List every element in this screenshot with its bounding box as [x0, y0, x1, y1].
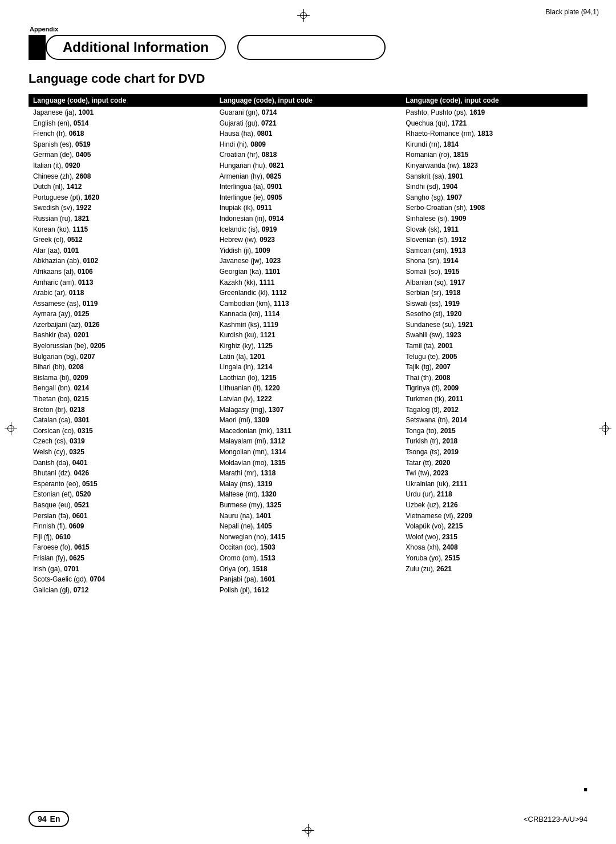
list-item: Hausa (ha), 0801 [220, 128, 397, 139]
list-item: Swahili (sw), 1923 [406, 330, 583, 341]
list-item: Zulu (zu), 2621 [406, 564, 583, 575]
list-item: Polish (pl), 1612 [220, 585, 397, 596]
list-item: Macedonian (mk), 1311 [220, 426, 397, 437]
list-item: Georgian (ka), 1101 [220, 266, 397, 277]
list-item: Esperanto (eo), 0515 [33, 479, 210, 490]
list-item: Frisian (fy), 0625 [33, 553, 210, 564]
list-item: Burmese (my), 1325 [220, 500, 397, 511]
top-bar: Black plate (94,1) [0, 0, 616, 23]
list-item: Kurdish (ku), 1121 [220, 330, 397, 341]
list-item: Oromo (om), 1513 [220, 553, 397, 564]
list-item: Sangho (sg), 1907 [406, 192, 583, 203]
list-item: Inupiak (ik), 0911 [220, 203, 397, 213]
list-item: Tajik (tg), 2007 [406, 362, 583, 373]
language-table: Language (code), input code Language (co… [29, 94, 587, 596]
page-title: Additional Information [46, 35, 226, 60]
list-item: Turkish (tr), 2018 [406, 436, 583, 447]
list-item: Lingala (ln), 1214 [220, 362, 397, 373]
chart-title: Language code chart for DVD [29, 71, 587, 86]
list-item: Irish (ga), 0701 [33, 564, 210, 575]
list-item: Albanian (sq), 1917 [406, 277, 583, 288]
list-item: Latin (la), 1201 [220, 352, 397, 362]
list-item: Bengali (bn), 0214 [33, 383, 210, 394]
list-item: Breton (br), 0218 [33, 405, 210, 415]
list-item: Xhosa (xh), 2408 [406, 542, 583, 553]
list-item: Scots-Gaelic (gd), 0704 [33, 574, 210, 585]
list-item: Croatian (hr), 0818 [220, 150, 397, 160]
list-item: Malay (ms), 1319 [220, 479, 397, 490]
list-item: Hebrew (iw), 0923 [220, 235, 397, 245]
list-item: Greek (el), 0512 [33, 235, 210, 245]
col-header-3: Language (code), input code [401, 94, 587, 107]
list-item: Lithuanian (lt), 1220 [220, 383, 397, 394]
list-item: French (fr), 0618 [33, 128, 210, 139]
list-item: Hindi (hi), 0809 [220, 139, 397, 150]
list-item: Rhaeto-Romance (rm), 1813 [406, 128, 583, 139]
list-item: Bihari (bh), 0208 [33, 362, 210, 373]
list-item: Ukrainian (uk), 2111 [406, 479, 583, 490]
list-item: Twi (tw), 2023 [406, 468, 583, 479]
list-item: Quechua (qu), 1721 [406, 118, 583, 129]
right-reg-mark [599, 422, 611, 437]
list-item: Finnish (fi), 0609 [33, 521, 210, 532]
list-item: Bislama (bi), 0209 [33, 373, 210, 383]
column-3: Pashto, Pushto (ps), 1619Quechua (qu), 1… [401, 107, 587, 596]
list-item: Persian (fa), 0601 [33, 511, 210, 522]
list-item: Armenian (hy), 0825 [220, 171, 397, 182]
list-item: Byelorussian (be), 0205 [33, 341, 210, 352]
list-item: Abkhazian (ab), 0102 [33, 256, 210, 266]
list-item: Japanese (ja), 1001 [33, 107, 210, 118]
list-item: Oriya (or), 1518 [220, 564, 397, 575]
list-item: Maori (mi), 1309 [220, 415, 397, 426]
list-item: Samoan (sm), 1913 [406, 245, 583, 256]
list-item: Vietnamese (vi), 2209 [406, 511, 583, 522]
list-item: Corsican (co), 0315 [33, 426, 210, 437]
list-item: Yiddish (ji), 1009 [220, 245, 397, 256]
bottom-code: <CRB2123-A/U>94 [524, 815, 587, 823]
list-item: Occitan (oc), 1503 [220, 542, 397, 553]
column-1: Japanese (ja), 1001English (en), 0514Fre… [29, 107, 215, 596]
list-item: Thai (th), 2008 [406, 373, 583, 383]
list-item: Kazakh (kk), 1111 [220, 277, 397, 288]
left-reg-mark [5, 422, 17, 437]
list-item: Tigrinya (ti), 2009 [406, 383, 583, 394]
list-item: Korean (ko), 1115 [33, 224, 210, 235]
list-item: Cambodian (km), 1113 [220, 298, 397, 309]
list-item: Maltese (mt), 1320 [220, 489, 397, 500]
list-item: Telugu (te), 2005 [406, 352, 583, 362]
list-item: Chinese (zh), 2608 [33, 171, 210, 182]
list-item: Gujarati (gu), 0721 [220, 118, 397, 129]
list-item: Hungarian (hu), 0821 [220, 160, 397, 171]
list-item: Malagasy (mg), 1307 [220, 405, 397, 415]
list-item: Faroese (fo), 0615 [33, 542, 210, 553]
list-item: Icelandic (is), 0919 [220, 224, 397, 235]
list-item: Czech (cs), 0319 [33, 436, 210, 447]
list-item: Slovak (sk), 1911 [406, 224, 583, 235]
list-item: Uzbek (uz), 2126 [406, 500, 583, 511]
list-item: Kirundi (rn), 1814 [406, 139, 583, 150]
list-item: Amharic (am), 0113 [33, 277, 210, 288]
list-item: Tamil (ta), 2001 [406, 341, 583, 352]
list-item: English (en), 0514 [33, 118, 210, 129]
list-item: Danish (da), 0401 [33, 458, 210, 469]
bottom-center-mark [302, 824, 314, 838]
list-item: Pashto, Pushto (ps), 1619 [406, 107, 583, 118]
main-content: Language code chart for DVD Language (co… [0, 71, 616, 596]
list-item: Moldavian (mo), 1315 [220, 458, 397, 469]
list-item: Sesotho (st), 1920 [406, 309, 583, 320]
right-pill-decoration [237, 35, 386, 60]
list-item: Somali (so), 1915 [406, 266, 583, 277]
list-item: Slovenian (sl), 1912 [406, 235, 583, 245]
list-item: Sinhalese (si), 1909 [406, 213, 583, 224]
list-item: Afrikaans (af), 0106 [33, 266, 210, 277]
list-item: Dutch (nl), 1412 [33, 181, 210, 192]
list-item: Russian (ru), 1821 [33, 213, 210, 224]
list-item: Tagalog (tl), 2012 [406, 405, 583, 415]
page-container: Black plate (94,1) Appendix Additional I… [0, 0, 616, 844]
list-item: Serbian (sr), 1918 [406, 288, 583, 298]
list-item: Urdu (ur), 2118 [406, 489, 583, 500]
list-item: Aymara (ay), 0125 [33, 309, 210, 320]
top-center-mark [297, 6, 311, 23]
page-number: 94 [38, 814, 47, 823]
list-item: Fiji (fj), 0610 [33, 532, 210, 543]
